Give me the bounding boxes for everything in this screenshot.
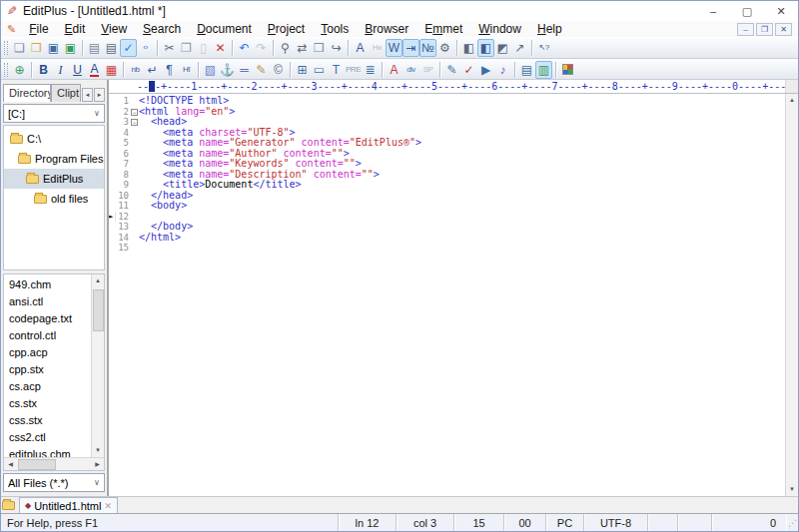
tree-item-old-files[interactable]: old files (4, 189, 104, 209)
toggle-panel-button[interactable]: ▥ (535, 61, 552, 79)
open-file-button[interactable]: ❒ (28, 39, 45, 57)
menu-document[interactable]: Document (190, 22, 259, 36)
new-document-button[interactable]: ❏ (11, 39, 28, 57)
menu-edit[interactable]: Edit (58, 22, 93, 36)
scroll-up-icon[interactable]: ▲ (786, 94, 799, 107)
italic-button[interactable]: I (52, 61, 69, 79)
div-tag-button[interactable]: div (402, 61, 419, 79)
line-numbers-button[interactable]: № (419, 39, 436, 57)
non-breaking-space-button[interactable]: nb (127, 61, 144, 79)
file-list-item[interactable]: cpp.acp (4, 344, 91, 361)
browser-preview-button[interactable]: ⊕ (11, 61, 28, 79)
scrollbar-thumb[interactable] (18, 459, 56, 470)
toggle-listbox-button[interactable]: ▤ (518, 61, 535, 79)
tab-cliptext[interactable]: Clipt (51, 84, 81, 102)
menu-view[interactable]: View (94, 22, 134, 36)
print-preview-button[interactable]: ▤ (86, 39, 103, 57)
bold-button[interactable]: B (35, 61, 52, 79)
cut-button[interactable]: ✂ (161, 39, 178, 57)
tab-list-folder-button[interactable] (1, 497, 19, 513)
menu-file[interactable]: File (22, 22, 55, 36)
insert-table-button[interactable]: ⊞ (294, 61, 311, 79)
span-tag-button[interactable]: A (386, 61, 402, 79)
word-wrap-button[interactable]: W (386, 39, 402, 57)
maximize-button[interactable]: ▢ (730, 1, 764, 21)
file-list-item[interactable]: cs.stx (4, 395, 91, 412)
toolbar-grip[interactable] (4, 63, 8, 77)
line-break-button[interactable]: ↵ (144, 61, 161, 79)
delete-button[interactable]: ✕ (212, 39, 229, 57)
paragraph-button[interactable]: ¶ (161, 61, 178, 79)
browser-sync-button[interactable]: ✓ (120, 39, 137, 57)
code-fold-icon[interactable]: − (131, 119, 138, 126)
tree-item-c[interactable]: C:\ (4, 129, 104, 149)
mdi-minimize-button[interactable]: – (737, 23, 754, 36)
context-help-button[interactable]: ↖? (535, 39, 552, 57)
code-fold-icon[interactable]: − (131, 109, 138, 116)
scroll-down-icon[interactable]: ▼ (92, 444, 105, 457)
tab-close-icon[interactable]: ✕ (104, 501, 112, 511)
editor-vertical-scrollbar[interactable]: ▲ ▼ (785, 94, 798, 496)
anchor-button[interactable]: ⚓ (219, 61, 236, 79)
document-tab-untitled1[interactable]: ◆ Untitled1.html ✕ (19, 497, 118, 513)
menu-project[interactable]: Project (261, 22, 312, 36)
tree-item-program-files[interactable]: Program Files (4, 149, 104, 169)
insert-form-button[interactable]: ▭ (311, 61, 328, 79)
view-source-button[interactable]: ‹› (137, 39, 154, 57)
text-field-button[interactable]: T (328, 61, 345, 79)
media-player-button[interactable]: ▶ (477, 61, 494, 79)
drive-select[interactable]: [C:] ∨ (3, 104, 105, 123)
toggle-directory-window-button[interactable]: ◧ (460, 39, 477, 57)
menu-emmet[interactable]: Emmet (417, 22, 469, 36)
scroll-left-icon[interactable]: ◀ (4, 458, 17, 471)
scrollbar-thumb[interactable] (93, 289, 104, 331)
pre-tag-button[interactable]: PRE (345, 61, 362, 79)
file-list-item[interactable]: cpp.stx (4, 361, 91, 378)
full-screen-button[interactable]: ↗ (511, 39, 528, 57)
insert-music-button[interactable]: ♪ (494, 61, 511, 79)
edit-tag-button[interactable]: ✎ (253, 61, 270, 79)
undo-button[interactable]: ↶ (236, 39, 253, 57)
copy-button[interactable]: ❐ (178, 39, 195, 57)
file-list[interactable]: 949.chmansi.ctlcodepage.txtcontrol.ctlcp… (4, 274, 91, 457)
tab-scroll-right-button[interactable]: ▸ (94, 88, 105, 102)
save-button[interactable]: ▣ (45, 39, 62, 57)
minimize-button[interactable]: – (696, 1, 730, 21)
set-font-button[interactable]: A (352, 39, 369, 57)
mdi-close-button[interactable]: ✕ (775, 23, 792, 36)
file-list-item[interactable]: css2.ctl (4, 429, 91, 446)
insert-image-button[interactable]: ▧ (202, 61, 219, 79)
find-button[interactable]: ⚲ (277, 39, 294, 57)
file-list-horizontal-scrollbar[interactable]: ◀ ▶ (4, 457, 104, 470)
windows-colors-button[interactable] (559, 61, 576, 79)
color-picker-button[interactable]: ▦ (103, 61, 120, 79)
replace-button[interactable]: ⇄ (294, 39, 311, 57)
resize-grip-icon[interactable]: ⋰ (788, 518, 797, 528)
file-list-item[interactable]: control.ctl (4, 327, 91, 344)
scroll-down-icon[interactable]: ▼ (786, 483, 799, 496)
file-list-item[interactable]: cs.acp (4, 378, 91, 395)
file-list-item[interactable]: codepage.txt (4, 310, 91, 327)
go-to-line-button[interactable]: ↪ (328, 39, 345, 57)
heading-button[interactable]: Hī (178, 61, 195, 79)
tree-item-editplus[interactable]: EditPlus (4, 169, 104, 189)
menu-search[interactable]: Search (136, 22, 188, 36)
scroll-right-icon[interactable]: ▶ (91, 458, 104, 471)
script-editor-button[interactable]: ✎ (443, 61, 460, 79)
toggle-output-window-button[interactable]: ◩ (494, 39, 511, 57)
folder-tree[interactable]: C:\Program FilesEditPlusold files (3, 125, 105, 270)
toolbar-grip[interactable] (4, 41, 8, 55)
horizontal-rule-button[interactable]: ═ (236, 61, 253, 79)
menu-help[interactable]: Help (530, 22, 569, 36)
menu-window[interactable]: Window (471, 22, 528, 36)
menu-browser[interactable]: Browser (358, 22, 415, 36)
save-all-button[interactable]: ▣ (62, 39, 79, 57)
special-character-button[interactable]: © (270, 61, 287, 79)
file-list-item[interactable]: editplus.chm (4, 446, 91, 457)
menu-tools[interactable]: Tools (314, 22, 356, 36)
code-editor[interactable]: 1<!DOCTYPE html>2−<html lang="en">3− <he… (109, 94, 785, 496)
tab-scroll-left-button[interactable]: ◂ (82, 88, 93, 102)
mdi-restore-button[interactable]: ❐ (756, 23, 773, 36)
font-color-button[interactable]: A (86, 61, 103, 79)
underline-button[interactable]: U (69, 61, 86, 79)
